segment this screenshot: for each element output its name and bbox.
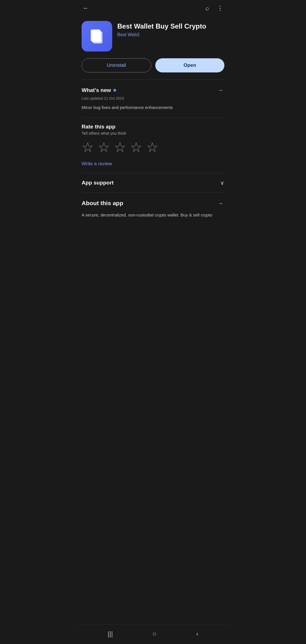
whats-new-section: What's new → Last updated 11 Oct 2023 Mi… bbox=[76, 80, 230, 117]
rate-app-section: Rate this app Tell others what you think… bbox=[76, 117, 230, 173]
open-button[interactable]: Open bbox=[155, 58, 224, 72]
stars-row: ☆ ☆ ☆ ☆ ☆ bbox=[82, 141, 224, 154]
search-button[interactable]: ⌕ bbox=[204, 4, 210, 12]
bottom-nav: ||| ○ ‹ bbox=[76, 624, 230, 644]
about-app-description: A secure, decentralized, non-custodial c… bbox=[82, 212, 224, 218]
back-button[interactable]: ← bbox=[82, 4, 90, 12]
app-header: Best Wallet Buy Sell Crypto Best Web3 bbox=[76, 16, 230, 57]
app-icon-svg bbox=[87, 27, 107, 46]
star-5[interactable]: ☆ bbox=[146, 141, 158, 154]
top-bar-right: ⌕ ⋮ bbox=[204, 4, 224, 12]
app-info: Best Wallet Buy Sell Crypto Best Web3 bbox=[117, 21, 224, 37]
app-support-section[interactable]: App support ∨ bbox=[76, 173, 230, 192]
top-bar: ← ⌕ ⋮ bbox=[76, 0, 230, 16]
app-title: Best Wallet Buy Sell Crypto bbox=[117, 22, 224, 31]
star-3[interactable]: ☆ bbox=[114, 141, 126, 154]
rate-app-subtitle: Tell others what you think bbox=[82, 131, 224, 136]
recent-apps-button[interactable]: ||| bbox=[104, 629, 116, 639]
top-bar-left: ← bbox=[82, 4, 90, 12]
uninstall-button[interactable]: Uninstall bbox=[82, 58, 151, 72]
write-review-button[interactable]: Write a review bbox=[82, 161, 112, 167]
about-app-header: About this app → bbox=[82, 199, 224, 208]
whats-new-arrow-button[interactable]: → bbox=[216, 86, 224, 95]
about-app-title: About this app bbox=[82, 200, 123, 207]
whats-new-description: Minor bug fixes and performance enhancem… bbox=[82, 104, 224, 111]
action-buttons: Uninstall Open bbox=[76, 57, 230, 79]
app-support-title: App support bbox=[82, 180, 114, 186]
whats-new-title: What's new bbox=[82, 87, 111, 93]
app-icon bbox=[82, 21, 112, 51]
back-nav-button[interactable]: ‹ bbox=[193, 629, 202, 639]
svg-rect-2 bbox=[92, 31, 101, 42]
whats-new-date: Last updated 11 Oct 2023 bbox=[82, 96, 224, 100]
star-1[interactable]: ☆ bbox=[82, 141, 94, 154]
more-options-button[interactable]: ⋮ bbox=[216, 4, 224, 12]
home-button[interactable]: ○ bbox=[149, 629, 160, 639]
whats-new-title-row: What's new bbox=[82, 87, 116, 93]
about-app-arrow-button[interactable]: → bbox=[216, 199, 224, 208]
new-indicator-dot bbox=[113, 89, 116, 92]
star-4[interactable]: ☆ bbox=[130, 141, 142, 154]
rate-app-title: Rate this app bbox=[82, 124, 224, 130]
bottom-spacer bbox=[76, 221, 230, 244]
about-app-section: About this app → A secure, decentralized… bbox=[76, 193, 230, 221]
whats-new-header: What's new → bbox=[82, 86, 224, 95]
chevron-down-icon: ∨ bbox=[220, 179, 224, 186]
app-developer: Best Web3 bbox=[117, 32, 224, 37]
star-2[interactable]: ☆ bbox=[98, 141, 110, 154]
